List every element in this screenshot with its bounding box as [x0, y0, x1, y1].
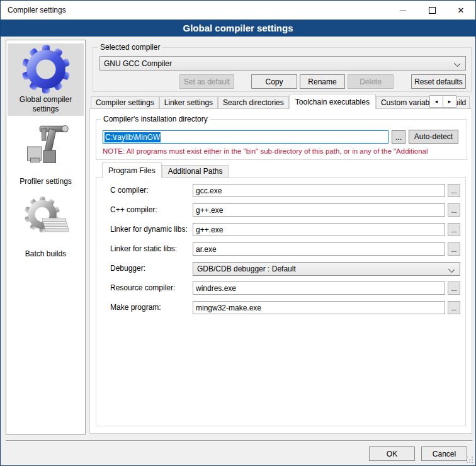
tab-additional-paths[interactable]: Additional Paths [162, 165, 229, 178]
close-button[interactable]: ✕ [446, 1, 475, 20]
make-program-browse-button[interactable]: ... [448, 301, 460, 314]
selected-compiler-legend: Selected compiler [98, 43, 162, 52]
cpp-compiler-browse-button[interactable]: ... [448, 203, 460, 217]
chevron-down-icon [448, 266, 455, 273]
resource-compiler-input[interactable] [193, 281, 445, 295]
rename-button[interactable]: Rename [300, 74, 345, 89]
caliper-icon [20, 116, 72, 177]
toolchain-executables-page: Compiler's installation directory C:\ray… [89, 108, 472, 434]
sidebar-item-global-compiler-settings[interactable]: Global compiler settings [8, 43, 84, 116]
resource-compiler-label: Resource compiler: [110, 283, 175, 293]
tab-toolchain-executables[interactable]: Toolchain executables [289, 94, 376, 109]
tab-scroll-left-button[interactable]: ◂ [429, 95, 443, 108]
copy-button[interactable]: Copy [251, 74, 297, 89]
main-tab-strip: Compiler settings Linker settings Search… [91, 95, 470, 109]
selected-compiler-group: Selected compiler GNU GCC Compiler Set a… [93, 47, 472, 92]
minimize-icon [400, 10, 406, 11]
tab-scrollers: ◂ ▸ [430, 95, 456, 108]
tab-scroll-right-icon: ▸ [448, 98, 451, 105]
program-files-panel: C compiler: ... C++ compiler: ... Linker… [96, 177, 466, 426]
installation-directory-legend: Compiler's installation directory [101, 115, 210, 124]
delete-button: Delete [348, 74, 394, 89]
dialog-header: Global compiler settings [1, 20, 475, 37]
selected-compiler-value: GNU GCC Compiler [104, 59, 172, 68]
resource-compiler-browse-button[interactable]: ... [448, 281, 460, 295]
footer-divider [6, 440, 472, 441]
titlebar: Compiler settings ✕ [1, 1, 475, 20]
sidebar-item-label: Global compiler settings [8, 95, 84, 114]
sidebar-item-batch-builds[interactable]: Batch builds [8, 188, 84, 261]
linker-static-input[interactable] [193, 242, 445, 256]
browse-directory-button[interactable]: ... [392, 130, 405, 144]
dialog-header-title: Global compiler settings [183, 23, 293, 33]
tab-program-files[interactable]: Program Files [102, 162, 162, 178]
selected-compiler-combobox[interactable]: GNU GCC Compiler [99, 56, 466, 71]
maximize-icon [429, 7, 436, 14]
blue-gear-icon [21, 43, 71, 95]
sidebar-item-label: Batch builds [25, 249, 66, 259]
c-compiler-browse-button[interactable]: ... [448, 184, 460, 197]
tab-compiler-settings[interactable]: Compiler settings [91, 96, 159, 109]
set-as-default-button: Set as default [179, 74, 234, 89]
c-compiler-input[interactable] [193, 184, 445, 197]
auto-detect-button[interactable]: Auto-detect [409, 130, 458, 144]
installation-directory-input[interactable]: C:\raylib\MinGW [103, 130, 388, 144]
sidebar-item-profiler-settings[interactable]: Profiler settings [8, 116, 84, 188]
linker-dynamic-input[interactable] [193, 223, 445, 236]
chevron-down-icon [454, 60, 460, 67]
minimize-button[interactable] [388, 1, 417, 20]
debugger-label: Debugger: [110, 264, 145, 273]
make-program-label: Make program: [110, 303, 161, 312]
tab-scroll-left-icon: ◂ [435, 98, 438, 105]
cancel-button[interactable]: Cancel [421, 446, 467, 461]
installation-directory-group: Compiler's installation directory C:\ray… [96, 119, 467, 160]
debugger-combobox[interactable]: GDB/CDB debugger : Default [193, 262, 460, 276]
linker-static-browse-button[interactable]: ... [448, 242, 460, 256]
debugger-value: GDB/CDB debugger : Default [197, 264, 296, 273]
bin-subdirectory-note: NOTE: All programs must exist either in … [103, 147, 465, 155]
make-program-input[interactable] [193, 301, 445, 314]
tab-linker-settings[interactable]: Linker settings [159, 96, 218, 109]
reset-defaults-button[interactable]: Reset defaults [411, 74, 466, 89]
resize-grip[interactable] [467, 457, 468, 458]
maximize-button[interactable] [417, 1, 446, 20]
toolchain-sub-tab-strip: Program Files Additional Paths [102, 164, 229, 178]
c-compiler-label: C compiler: [110, 186, 149, 195]
window-title: Compiler settings [8, 6, 66, 14]
tab-scroll-right-button[interactable]: ▸ [443, 95, 456, 108]
gray-gear-stack-icon [19, 188, 73, 249]
ok-button[interactable]: OK [369, 446, 415, 461]
tab-search-directories[interactable]: Search directories [218, 96, 289, 109]
linker-dynamic-browse-button[interactable]: ... [448, 223, 460, 236]
linker-dynamic-label: Linker for dynamic libs: [110, 225, 188, 234]
close-icon: ✕ [458, 6, 465, 14]
compiler-settings-window: Compiler settings ✕ Global compiler sett… [0, 0, 476, 466]
cpp-compiler-label: C++ compiler: [110, 205, 157, 215]
linker-static-label: Linker for static libs: [110, 244, 177, 254]
sidebar-item-label: Profiler settings [20, 177, 72, 186]
settings-sidebar: Global compiler settings Profiler settin… [6, 40, 86, 435]
window-controls: ✕ [388, 1, 475, 20]
cpp-compiler-input[interactable] [193, 203, 445, 217]
installation-directory-value: C:\raylib\MinGW [105, 132, 161, 142]
